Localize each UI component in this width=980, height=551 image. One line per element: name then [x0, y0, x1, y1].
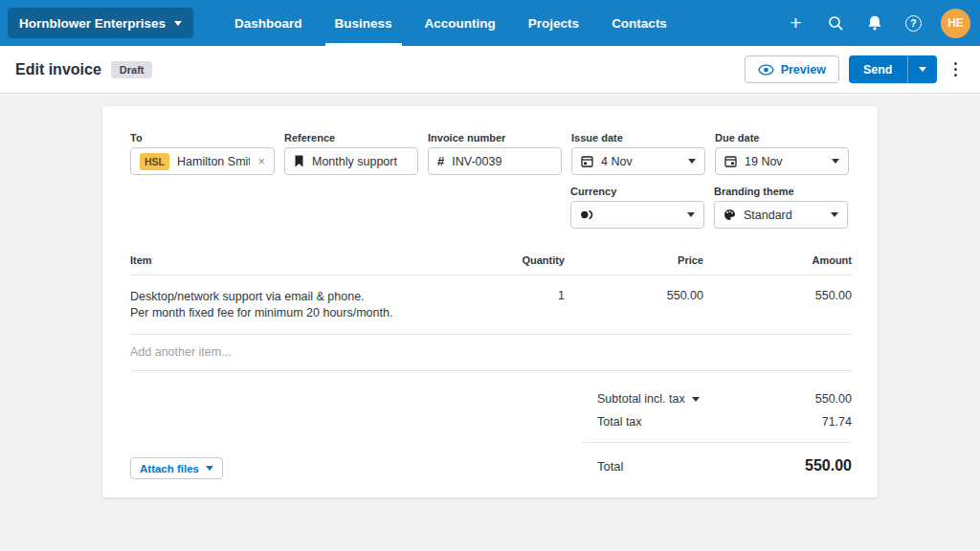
send-button-label: Send — [863, 63, 893, 77]
total-tax-row: Total tax 71.74 — [583, 410, 852, 433]
main-nav: Dashboard Business Accounting Projects C… — [218, 0, 683, 46]
col-header-item: Item — [130, 254, 459, 266]
preview-button-label: Preview — [781, 63, 826, 77]
send-button[interactable]: Send — [849, 55, 907, 83]
nav-tab-dashboard[interactable]: Dashboard — [218, 0, 319, 46]
nav-tab-accounting[interactable]: Accounting — [409, 0, 512, 46]
chevron-down-icon — [174, 21, 182, 26]
attach-files-button[interactable]: Attach files — [130, 457, 223, 479]
totals-divider — [583, 442, 852, 443]
branding-theme-field-group: Branding theme Standard — [714, 186, 848, 229]
page-header: Edit invoice Draft Preview Send — [0, 46, 980, 94]
due-date-label: Due date — [715, 132, 849, 143]
total-label: Total — [597, 459, 623, 474]
subtotal-value: 550.00 — [815, 392, 852, 406]
reference-input[interactable]: Monthly support — [284, 147, 418, 175]
line-items-table: Item Quantity Price Amount Desktop/netwo… — [130, 254, 852, 371]
description-line-2: Per month fixed fee for minimum 20 hours… — [130, 305, 459, 321]
to-label: To — [130, 132, 275, 143]
invoice-number-field-group: Invoice number # INV-0039 — [428, 132, 562, 175]
navbar-actions: + ? HE — [778, 6, 980, 40]
currency-label: Currency — [570, 186, 704, 197]
col-header-price: Price — [565, 254, 703, 266]
remove-contact-icon[interactable]: × — [257, 154, 265, 168]
help-button[interactable]: ? — [896, 6, 931, 40]
nav-tab-business[interactable]: Business — [319, 0, 409, 46]
org-switcher[interactable]: Hornblower Enterprises — [8, 8, 193, 38]
plus-icon: + — [790, 12, 801, 33]
invoice-number-input[interactable]: # INV-0039 — [428, 147, 562, 175]
page-title: Edit invoice — [15, 61, 101, 78]
table-header-row: Item Quantity Price Amount — [130, 254, 852, 275]
total-row: Total 550.00 — [583, 453, 852, 478]
main-content: To HSL Hamilton Smith Ltd × Reference Mo… — [0, 95, 980, 551]
status-badge: Draft — [111, 61, 153, 78]
subtotal-selector[interactable]: Subtotal incl. tax — [583, 392, 700, 406]
total-value: 550.00 — [805, 457, 852, 474]
col-header-amount: Amount — [703, 254, 852, 266]
user-avatar[interactable]: HE — [941, 9, 970, 38]
chevron-down-icon — [206, 466, 213, 471]
calendar-icon — [724, 155, 737, 167]
send-dropdown-button[interactable] — [907, 55, 937, 83]
branding-theme-label: Branding theme — [714, 186, 848, 197]
org-name: Hornblower Enterprises — [19, 16, 166, 31]
currency-coin-icon — [580, 209, 593, 220]
to-contact-input[interactable]: HSL Hamilton Smith Ltd × — [130, 147, 275, 175]
invoice-fields-row-2: Currency Branding theme — [570, 186, 848, 229]
hash-icon: # — [437, 154, 444, 168]
contact-name: Hamilton Smith Ltd — [177, 155, 250, 168]
table-divider — [130, 370, 852, 371]
chevron-down-icon — [687, 212, 695, 217]
search-button[interactable] — [817, 6, 853, 40]
create-new-button[interactable]: + — [778, 6, 813, 40]
invoice-fields-row-1: To HSL Hamilton Smith Ltd × Reference Mo… — [130, 132, 849, 175]
line-item-row[interactable]: Desktop/network support via email & phon… — [130, 276, 852, 334]
due-date-picker[interactable]: 19 Nov — [715, 147, 849, 175]
due-date-field-group: Due date 19 Nov — [715, 132, 849, 175]
chevron-down-icon — [919, 67, 926, 72]
send-split-button: Send — [849, 55, 937, 83]
invoice-number-label: Invoice number — [428, 132, 562, 143]
preview-button[interactable]: Preview — [745, 55, 839, 83]
currency-select[interactable] — [570, 201, 704, 229]
search-icon — [827, 14, 844, 32]
notifications-button[interactable] — [857, 6, 892, 40]
issue-date-field-group: Issue date 4 Nov — [571, 132, 705, 175]
header-actions: Preview Send — [745, 55, 965, 83]
totals-panel: Subtotal incl. tax 550.00 Total tax 71.7… — [583, 387, 852, 478]
subtotal-label: Subtotal incl. tax — [597, 392, 685, 406]
issue-date-value: 4 Nov — [601, 155, 633, 168]
reference-field-group: Reference Monthly support — [284, 132, 418, 175]
branding-theme-select[interactable]: Standard — [714, 201, 848, 229]
col-header-quantity: Quantity — [459, 254, 565, 266]
attach-files-label: Attach files — [140, 463, 199, 474]
invoice-card: To HSL Hamilton Smith Ltd × Reference Mo… — [102, 106, 878, 497]
currency-field-group: Currency — [570, 186, 704, 229]
add-item-row[interactable]: Add another item... — [130, 335, 852, 370]
line-item-quantity: 1 — [459, 289, 565, 302]
contact-initials-chip: HSL — [140, 153, 169, 170]
due-date-value: 19 Nov — [745, 155, 783, 168]
description-line-1: Desktop/network support via email & phon… — [130, 289, 459, 305]
calendar-icon — [581, 155, 593, 167]
invoice-number-value: INV-0039 — [452, 155, 501, 168]
bookmark-icon — [294, 155, 304, 167]
nav-tab-contacts[interactable]: Contacts — [595, 0, 683, 46]
line-item-price: 550.00 — [565, 289, 703, 302]
more-options-button[interactable] — [947, 56, 966, 83]
line-item-amount: 550.00 — [703, 289, 852, 302]
reference-value: Monthly support — [312, 155, 397, 168]
subtotal-row: Subtotal incl. tax 550.00 — [583, 387, 852, 410]
issue-date-picker[interactable]: 4 Nov — [571, 147, 705, 175]
help-icon: ? — [905, 15, 922, 32]
top-navbar: Hornblower Enterprises Dashboard Busines… — [0, 0, 980, 46]
nav-tab-projects[interactable]: Projects — [512, 0, 595, 46]
chevron-down-icon — [692, 397, 700, 402]
chevron-down-icon — [832, 159, 839, 164]
chevron-down-icon — [688, 159, 696, 164]
total-tax-label: Total tax — [597, 415, 642, 429]
chevron-down-icon — [831, 212, 838, 217]
kebab-icon — [954, 62, 958, 66]
total-tax-value: 71.74 — [822, 415, 852, 429]
